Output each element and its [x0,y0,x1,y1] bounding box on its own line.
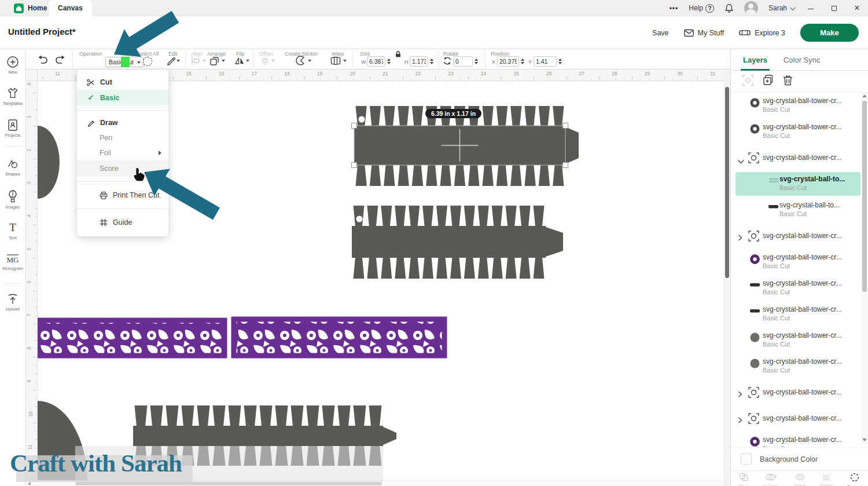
selection-handle[interactable] [352,123,357,129]
sidebar-item-templates[interactable]: Templates [0,87,25,106]
rotate-stepper[interactable] [473,56,479,67]
chevron-right-icon[interactable] [738,233,742,243]
scroll-down-icon[interactable] [862,439,867,441]
layer-row[interactable]: svg-crystal-ball-tower-cr...Basic Cut [731,301,862,327]
rotate-input[interactable] [453,56,473,67]
explore-machine-button[interactable]: Explore 3 [739,29,785,37]
chevron-down-icon[interactable] [738,156,744,166]
sidebar-item-shapes[interactable]: Shapes [0,158,25,177]
selection-handle[interactable] [352,163,357,168]
canvas-shape-lace-strip[interactable] [232,317,446,357]
menu-item-guide[interactable]: Guide [77,214,168,231]
selection-handle[interactable] [563,163,568,168]
menu-item-foil[interactable]: Foil [77,145,168,160]
layer-group-row[interactable]: svg-crystal-ball-tower-cr... [731,145,862,171]
redo-button[interactable] [54,55,67,67]
canvas-shape-half-ellipse[interactable] [38,126,60,199]
close-button[interactable]: × [851,3,863,13]
help-button[interactable]: Help? [689,4,714,13]
position-y-stepper[interactable] [557,56,562,67]
position-x-stepper[interactable] [520,56,525,67]
menu-item-cut[interactable]: Cut [77,75,168,90]
chevron-down-icon [790,5,796,10]
user-menu[interactable]: Sarah [768,4,794,12]
sidebar-item-monogram[interactable]: MGMonogram [0,252,25,271]
notifications-bell-icon[interactable] [724,3,734,13]
flip-icon[interactable] [235,56,244,68]
more-menu-icon[interactable]: ••• [670,4,679,12]
maximize-button[interactable] [827,4,840,13]
minimize-button[interactable] [804,4,817,13]
make-button[interactable]: Make [800,24,859,42]
layer-row[interactable]: svg-crystal-ball-tower-cr...Basic Cut [731,353,862,379]
layer-row[interactable]: svg-crystal-ball-tower-cr...Basic Cut [731,327,862,353]
sidebar-item-text[interactable]: TText [0,221,25,240]
menu-item-pen[interactable]: Pen [77,130,168,145]
position-y-input[interactable] [534,56,557,67]
background-color-checkbox[interactable] [741,454,752,465]
height-input[interactable] [410,56,428,67]
undo-button[interactable] [36,55,49,67]
ruler-number: 0 [26,83,32,86]
warp-icon[interactable] [330,57,341,67]
delete-layer-button[interactable] [783,75,793,88]
layer-thumb-group-icon [748,413,759,426]
canvas-shape-lace-strip[interactable] [38,319,226,357]
layer-group-row[interactable]: svg-crystal-ball-tower-cr... [731,223,862,249]
sidebar-item-projects[interactable]: Projects [0,119,25,138]
width-input[interactable] [367,56,385,67]
my-stuff-button[interactable]: My Stuff [684,29,724,37]
scrollbar-thumb[interactable] [725,87,729,278]
layer-thumb-bar-icon [768,202,779,212]
menu-item-draw[interactable]: Draw [77,115,168,130]
sidebar-item-images[interactable]: Images [0,189,25,210]
menu-item-print-then-cut[interactable]: Print Then Cut [77,187,168,204]
layer-thumb-group-icon [748,231,759,244]
height-stepper[interactable] [429,56,434,67]
scroll-left-icon[interactable] [28,482,31,485]
operation-color-swatch[interactable] [121,57,130,67]
images-icon [0,189,25,203]
layer-row[interactable]: svg-crystal-ball-tower-cr...Basic Cut [731,275,862,301]
layer-row[interactable]: svg-crystal-ball-tower-cr...Basic Cut [731,93,862,119]
save-button[interactable]: Save [652,29,669,37]
chevron-right-icon[interactable] [738,415,742,426]
edit-pencil-icon[interactable] [166,56,175,68]
tab-color-sync[interactable]: Color Sync [784,56,821,64]
machine-icon [739,29,751,36]
selection-handle[interactable] [563,123,568,129]
sidebar-item-upload[interactable]: Upload [0,293,25,312]
scrollbar-thumb[interactable] [75,482,382,485]
width-stepper[interactable] [386,56,391,67]
layer-group-row[interactable]: svg-crystal-ball-tower-cr... [731,405,862,432]
layer-row[interactable]: svg-crystal-ball-tower-cr...Basic Cut [731,432,862,447]
layer-group-row[interactable]: svg-crystal-ball-tower-cr... [731,379,862,405]
action-contour-button[interactable]: Contour [847,473,862,486]
layer-row[interactable]: svg-crystal-ball-tower-cr...Basic Cut [731,249,862,275]
layer-row[interactable]: svg-crystal-ball-tower-cr...Basic Cut [731,119,862,145]
layer-row[interactable]: svg-crystal-ball-to...Basic Cut [731,171,862,197]
avatar[interactable] [744,1,758,15]
scroll-up-icon[interactable] [862,94,867,97]
chevron-right-icon[interactable] [738,389,742,400]
menu-item-basic[interactable]: ✓ Basic [77,90,168,105]
tab-canvas[interactable]: Canvas [49,0,92,16]
ruler-number: 2 [26,149,32,152]
offset-icon [260,56,270,68]
position-x-input[interactable] [497,56,519,67]
duplicate-layer-button[interactable] [763,75,774,88]
sidebar-item-new[interactable]: New [0,56,25,75]
panel-scrollbar[interactable] [861,93,868,443]
layer-row[interactable]: svg-crystal-ball-to...Basic Cut [731,197,862,223]
menu-item-score[interactable]: Score [77,160,168,177]
rotate-icon[interactable] [443,56,452,68]
create-sticker-icon[interactable] [296,56,306,68]
select-all-icon[interactable] [143,57,152,66]
select-all-label: Select All [137,51,159,57]
lock-icon[interactable] [395,50,402,60]
scrollbar-thumb[interactable] [862,101,867,292]
tab-layers[interactable]: Layers [743,56,767,64]
canvas-vertical-scrollbar[interactable] [723,70,730,486]
arrange-icon[interactable] [210,56,219,68]
canvas-shape-box-template[interactable] [352,206,563,279]
